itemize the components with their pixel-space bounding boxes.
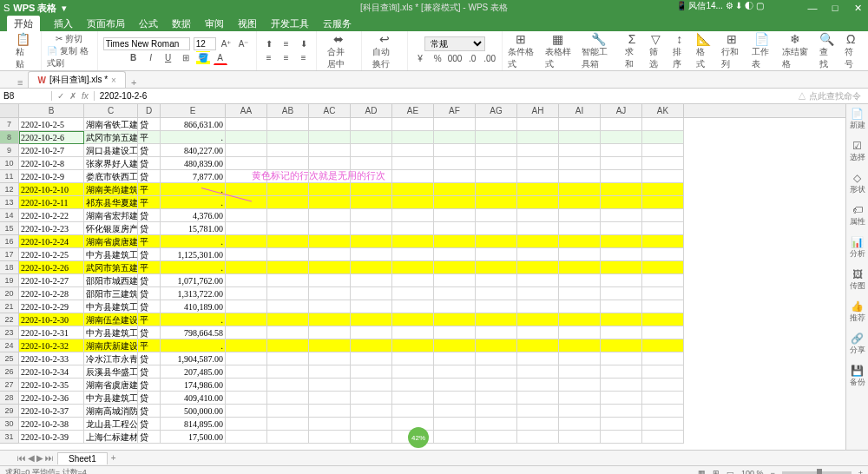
cell[interactable]: 2202-10-2-29	[19, 300, 84, 313]
merge-center-button[interactable]: ⬌合并居中	[322, 32, 357, 70]
cell[interactable]	[434, 300, 476, 313]
cell[interactable]	[559, 183, 601, 196]
cell[interactable]	[309, 196, 351, 209]
cell[interactable]: 2202-10-2-22	[19, 209, 84, 222]
cell[interactable]	[309, 170, 351, 183]
cell[interactable]: 武冈市第五建	[84, 131, 138, 144]
cell[interactable]	[226, 379, 267, 392]
menu-item-3[interactable]: 公式	[139, 17, 158, 30]
cell[interactable]	[642, 183, 684, 196]
cell[interactable]	[267, 405, 309, 418]
cell[interactable]: 410,189.00	[161, 300, 226, 313]
cell[interactable]: 2202-10-2-37	[19, 405, 84, 418]
cell[interactable]	[601, 118, 642, 131]
cell[interactable]	[434, 157, 476, 170]
column-header[interactable]: AD	[351, 104, 392, 117]
cell[interactable]: 2202-10-2-24	[19, 235, 84, 248]
column-header[interactable]: AA	[226, 104, 267, 117]
cell[interactable]	[434, 392, 476, 405]
cell[interactable]	[601, 431, 642, 444]
cell[interactable]	[601, 300, 642, 313]
zoom-in-button[interactable]: +	[858, 469, 863, 475]
paste-button[interactable]: 📋粘贴	[10, 32, 36, 70]
cell[interactable]	[517, 235, 559, 248]
cell[interactable]	[392, 313, 434, 326]
filter-button[interactable]: ▽筛选	[644, 32, 667, 70]
cell[interactable]: 平	[138, 313, 161, 326]
cell[interactable]	[309, 431, 351, 444]
cell[interactable]	[434, 131, 476, 144]
cell[interactable]	[226, 326, 267, 339]
row-header[interactable]: 21	[0, 300, 19, 313]
cell[interactable]	[476, 261, 517, 274]
cell[interactable]	[601, 196, 642, 209]
row-header[interactable]: 10	[0, 157, 19, 170]
cell[interactable]	[392, 196, 434, 209]
cell[interactable]: 湖南高城消防	[84, 405, 138, 418]
cell[interactable]: 怀化银厦房产	[84, 222, 138, 235]
cell[interactable]	[226, 248, 267, 261]
cell[interactable]: 平	[138, 235, 161, 248]
cell[interactable]: 840,227.00	[161, 144, 226, 157]
cell[interactable]	[434, 118, 476, 131]
cell[interactable]: 1,071,762.00	[161, 274, 226, 287]
side-panel-item[interactable]: 📊分析	[850, 236, 865, 260]
cell[interactable]	[559, 287, 601, 300]
minimize-button[interactable]: —	[802, 3, 823, 14]
cell[interactable]	[559, 339, 601, 352]
cell[interactable]	[642, 157, 684, 170]
cell[interactable]	[601, 405, 642, 418]
cell[interactable]	[434, 274, 476, 287]
increase-font-button[interactable]: A⁺	[220, 37, 233, 51]
command-search-hint[interactable]: △ 点此查找命令	[791, 90, 868, 102]
cell[interactable]	[309, 144, 351, 157]
cell[interactable]	[601, 222, 642, 235]
cell[interactable]	[642, 379, 684, 392]
cell[interactable]	[559, 157, 601, 170]
cell[interactable]	[517, 222, 559, 235]
cell[interactable]	[434, 261, 476, 274]
italic-button[interactable]: I	[144, 51, 158, 65]
cell[interactable]: 湖南省虞唐建	[84, 379, 138, 392]
menu-item-5[interactable]: 审阅	[205, 17, 224, 30]
worksheet-button[interactable]: 📄工作表	[746, 32, 777, 70]
cell[interactable]	[559, 144, 601, 157]
cell[interactable]	[517, 196, 559, 209]
cell[interactable]	[309, 379, 351, 392]
cell[interactable]	[642, 144, 684, 157]
cell[interactable]: 2202-10-2-36	[19, 392, 84, 405]
dropdown-icon[interactable]: ▾	[62, 3, 67, 14]
cell[interactable]	[559, 196, 601, 209]
enter-formula-icon[interactable]: ✗	[69, 91, 76, 101]
maximize-button[interactable]: □	[825, 3, 845, 14]
cell[interactable]	[309, 222, 351, 235]
decrease-decimal-button[interactable]: .0	[465, 51, 479, 65]
column-header[interactable]: AI	[559, 104, 601, 117]
cell[interactable]: 2202-10-2-7	[19, 144, 84, 157]
cell[interactable]	[309, 274, 351, 287]
cell[interactable]	[601, 326, 642, 339]
cell[interactable]: 798,664.58	[161, 326, 226, 339]
cell[interactable]	[517, 365, 559, 379]
cell[interactable]	[392, 352, 434, 365]
row-header[interactable]: 15	[0, 222, 19, 235]
menu-item-1[interactable]: 插入	[54, 17, 73, 30]
cell[interactable]	[351, 170, 392, 183]
cell[interactable]	[517, 157, 559, 170]
prev-sheet-button[interactable]: ◀	[28, 453, 35, 463]
cell[interactable]	[559, 365, 601, 379]
symbol-button[interactable]: Ω符号	[839, 32, 863, 70]
cell[interactable]: 张家界好人建	[84, 157, 138, 170]
cell[interactable]: 邵阳市城西建	[84, 274, 138, 287]
first-sheet-button[interactable]: ⏮	[17, 453, 26, 463]
cell[interactable]	[309, 365, 351, 379]
cell[interactable]	[476, 209, 517, 222]
cell[interactable]	[434, 405, 476, 418]
cell[interactable]: 中方县建筑工	[84, 300, 138, 313]
cell[interactable]	[517, 287, 559, 300]
cell[interactable]	[476, 157, 517, 170]
align-bottom-button[interactable]: ⬇	[297, 37, 311, 51]
cell[interactable]: 娄底市铁西工	[84, 170, 138, 183]
sheet-tab[interactable]: Sheet1	[57, 452, 108, 464]
cell[interactable]	[267, 287, 309, 300]
